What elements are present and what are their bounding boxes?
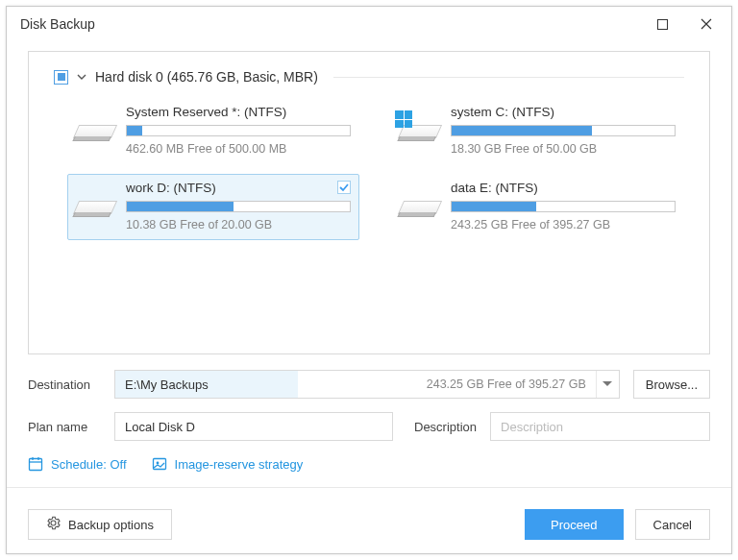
svg-point-6	[156, 462, 159, 465]
disk-list-panel: Hard disk 0 (465.76 GB, Basic, MBR) Syst…	[28, 51, 710, 354]
partition-name: work D: (NTFS)	[126, 181, 351, 195]
partition-item[interactable]: work D: (NTFS)10.38 GB Free of 20.00 GB	[67, 174, 359, 240]
options-links-row: Schedule: Off Image-reserve strategy	[28, 456, 710, 472]
partition-name: system C: (NTFS)	[451, 105, 676, 119]
schedule-link-label: Schedule: Off	[51, 457, 127, 472]
proceed-button-label: Proceed	[551, 518, 597, 532]
browse-button[interactable]: Browse...	[633, 370, 710, 399]
partition-free-text: 10.38 GB Free of 20.00 GB	[126, 218, 351, 231]
backup-options-label: Backup options	[68, 518, 154, 532]
destination-dropdown-icon[interactable]	[596, 371, 619, 398]
partition-item[interactable]: data E: (NTFS)243.25 GB Free of 395.27 G…	[392, 174, 684, 240]
partition-item[interactable]: System Reserved *: (NTFS)462.60 MB Free …	[67, 98, 359, 164]
partition-free-text: 243.25 GB Free of 395.27 GB	[451, 218, 676, 231]
schedule-link[interactable]: Schedule: Off	[28, 456, 127, 472]
disk-backup-window: Disk Backup Hard disk 0 (465.76 GB, Basi…	[6, 6, 732, 554]
usage-bar	[126, 125, 351, 136]
header-divider	[333, 77, 684, 78]
windows-logo-icon	[395, 110, 412, 128]
disk-icon	[401, 192, 439, 219]
footer-divider	[7, 487, 731, 488]
disk-icon	[76, 192, 114, 219]
plan-description-row: Plan name Description	[28, 412, 710, 441]
backup-options-button[interactable]: Backup options	[28, 509, 172, 540]
disk-checkbox-indeterminate[interactable]	[54, 70, 68, 85]
cancel-button[interactable]: Cancel	[635, 509, 710, 540]
usage-bar	[451, 201, 676, 212]
content-area: Hard disk 0 (465.76 GB, Basic, MBR) Syst…	[7, 41, 731, 498]
close-button[interactable]	[684, 9, 727, 39]
disk-icon	[76, 116, 114, 143]
partition-name: data E: (NTFS)	[451, 181, 676, 195]
proceed-button[interactable]: Proceed	[525, 509, 623, 540]
partition-grid: System Reserved *: (NTFS)462.60 MB Free …	[54, 98, 684, 240]
image-reserve-link-label: Image-reserve strategy	[175, 457, 304, 472]
disk-header-row[interactable]: Hard disk 0 (465.76 GB, Basic, MBR)	[54, 69, 684, 85]
svg-rect-1	[30, 459, 42, 471]
usage-bar	[126, 201, 351, 212]
gear-icon	[46, 516, 61, 533]
title-bar: Disk Backup	[7, 7, 731, 41]
chevron-down-icon[interactable]	[76, 71, 87, 85]
maximize-button[interactable]	[641, 9, 684, 39]
destination-free-text: 243.25 GB Free of 395.27 GB	[417, 377, 596, 391]
destination-row: Destination E:\My Backups 243.25 GB Free…	[28, 370, 710, 399]
partition-free-text: 18.30 GB Free of 50.00 GB	[451, 142, 676, 156]
partition-free-text: 462.60 MB Free of 500.00 MB	[126, 142, 351, 156]
browse-button-label: Browse...	[646, 377, 698, 392]
disk-title: Hard disk 0 (465.76 GB, Basic, MBR)	[95, 69, 318, 85]
disk-icon	[401, 116, 439, 143]
destination-label: Destination	[28, 377, 101, 392]
footer-bar: Backup options Proceed Cancel	[7, 498, 731, 553]
destination-path: E:\My Backups	[115, 371, 298, 398]
svg-rect-0	[658, 19, 668, 29]
image-reserve-link[interactable]: Image-reserve strategy	[152, 456, 304, 472]
partition-item[interactable]: system C: (NTFS)18.30 GB Free of 50.00 G…	[392, 98, 684, 164]
description-input[interactable]	[490, 412, 710, 441]
destination-field[interactable]: E:\My Backups 243.25 GB Free of 395.27 G…	[114, 370, 620, 399]
cancel-button-label: Cancel	[653, 518, 692, 532]
image-icon	[152, 456, 167, 472]
partition-checkbox[interactable]	[337, 181, 351, 194]
calendar-icon	[28, 456, 43, 472]
window-title: Disk Backup	[20, 16, 641, 32]
plan-name-input[interactable]	[114, 412, 393, 441]
partition-name: System Reserved *: (NTFS)	[126, 105, 351, 119]
usage-bar	[451, 125, 676, 136]
plan-name-label: Plan name	[28, 420, 101, 434]
description-label: Description	[414, 420, 477, 434]
